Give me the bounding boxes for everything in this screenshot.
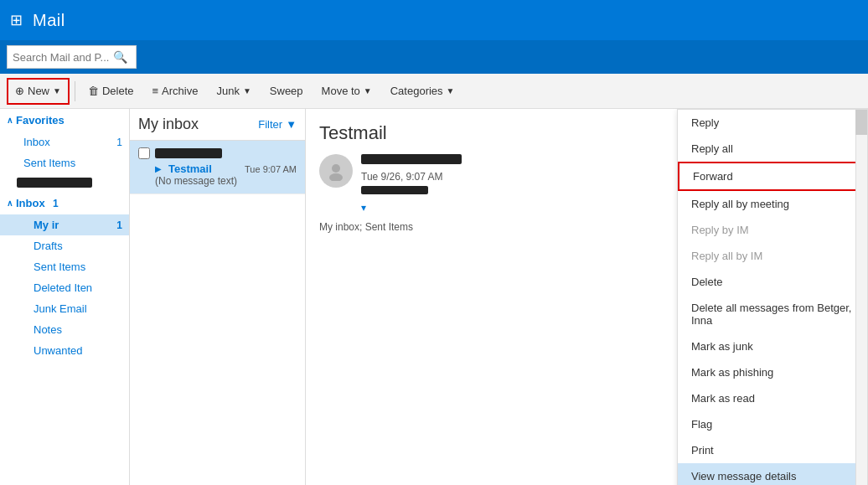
- mail-list-title: My inbox: [138, 116, 199, 133]
- sent-items-label: Sent Items: [23, 157, 75, 169]
- moveto-dropdown-arrow[interactable]: ▼: [364, 86, 372, 95]
- to-redacted-bar: [361, 186, 428, 194]
- context-menu-item-delete-all[interactable]: Delete all messages from Betger, Inna: [678, 295, 867, 333]
- account-inbox-label: Inbox: [16, 197, 45, 209]
- new-dropdown-arrow[interactable]: ▼: [53, 86, 61, 95]
- sidebar-account[interactable]: [0, 173, 129, 192]
- mail-checkbox[interactable]: [138, 147, 150, 159]
- sidebar-item-unwanted[interactable]: Unwanted: [0, 340, 129, 361]
- moveto-button[interactable]: Move to ▼: [314, 78, 380, 105]
- toolbar: ⊕ New ▼ 🗑 Delete ≡ Archive Junk ▼ Sweep …: [0, 74, 868, 109]
- mail-subject: Testmail: [168, 163, 212, 175]
- unwanted-label: Unwanted: [34, 344, 83, 357]
- sidebar-item-drafts[interactable]: Drafts: [0, 235, 129, 256]
- sidebar: ∧ Favorites Inbox 1 Sent Items ∧ Inbox 1…: [0, 109, 130, 485]
- mail-list-header: My inbox Filter ▼: [130, 109, 305, 141]
- sidebar-item-notes[interactable]: Notes: [0, 319, 129, 340]
- junk-button[interactable]: Junk ▼: [209, 78, 258, 105]
- avatar: [319, 154, 353, 188]
- categories-button[interactable]: Categories ▼: [383, 78, 462, 105]
- search-icon[interactable]: 🔍: [113, 50, 127, 64]
- toolbar-divider-1: [75, 81, 75, 101]
- mail-date: Tue 9:07 AM: [245, 164, 297, 174]
- junk-label: Junk: [216, 85, 239, 97]
- app-title: Mail: [33, 11, 65, 30]
- delete-button[interactable]: 🗑 Delete: [80, 78, 142, 105]
- mail-preview: (No message text): [155, 175, 297, 187]
- sweep-button[interactable]: Sweep: [262, 78, 311, 105]
- deleted-items-label: Deleted Iten: [34, 281, 92, 294]
- mail-expand-arrow: ▶: [155, 164, 162, 173]
- mail-content: Testmail Tue 9/26, 9:07 AM ▾ My inbox; S…: [306, 109, 868, 485]
- account-inbox-chevron: ∧: [7, 199, 13, 208]
- expand-recipients-button[interactable]: ▾: [361, 202, 366, 214]
- inbox-badge: 1: [109, 137, 122, 148]
- context-menu-item-reply[interactable]: Reply: [678, 110, 867, 136]
- sidebar-item-deleted-items[interactable]: Deleted Iten: [0, 277, 129, 298]
- favorites-label: Favorites: [16, 114, 65, 126]
- moveto-label: Move to: [322, 85, 360, 97]
- scrollbar[interactable]: [855, 110, 867, 485]
- mail-item[interactable]: ▶ Testmail Tue 9:07 AM (No message text): [130, 141, 305, 194]
- context-menu-item-print[interactable]: Print: [678, 437, 867, 463]
- context-menu-item-reply-all-meeting[interactable]: Reply all by meeting: [678, 191, 867, 217]
- sidebar-item-sent-items2[interactable]: Sent Items: [0, 256, 129, 277]
- search-input-wrapper[interactable]: 🔍: [7, 45, 137, 69]
- svg-point-1: [329, 173, 343, 181]
- sweep-label: Sweep: [270, 85, 303, 97]
- context-menu-item-delete[interactable]: Delete: [678, 269, 867, 295]
- archive-button[interactable]: ≡ Archive: [145, 78, 206, 105]
- context-menu: ReplyReply allForwardReply all by meetin…: [677, 109, 868, 485]
- context-menu-item-mark-phishing[interactable]: Mark as phishing: [678, 359, 867, 385]
- context-menu-item-reply-im[interactable]: Reply by IM: [678, 217, 867, 243]
- sidebar-item-my-inbox[interactable]: My ir 1: [0, 214, 129, 235]
- inbox-label: Inbox: [23, 136, 50, 148]
- new-button[interactable]: ⊕ New ▼: [7, 78, 70, 105]
- favorites-section[interactable]: ∧ Favorites: [0, 109, 129, 132]
- account-bar: [17, 178, 92, 188]
- context-menu-item-mark-junk[interactable]: Mark as junk: [678, 333, 867, 359]
- my-inbox-badge: 1: [109, 219, 122, 231]
- archive-label: Archive: [162, 85, 198, 97]
- account-inbox-section[interactable]: ∧ Inbox 1: [0, 192, 129, 214]
- new-icon: ⊕: [15, 85, 24, 97]
- scroll-thumb[interactable]: [855, 110, 867, 135]
- context-menu-item-forward[interactable]: Forward: [678, 162, 867, 191]
- filter-dropdown-icon: ▼: [286, 118, 297, 131]
- categories-dropdown-arrow[interactable]: ▼: [447, 86, 455, 95]
- sender-redacted-bar: [155, 148, 222, 158]
- drafts-label: Drafts: [34, 240, 63, 252]
- filter-button[interactable]: Filter ▼: [258, 118, 297, 131]
- sent-items2-label: Sent Items: [34, 261, 85, 273]
- context-menu-item-mark-read[interactable]: Mark as read: [678, 385, 867, 411]
- sidebar-item-sent-items[interactable]: Sent Items: [0, 152, 129, 173]
- context-menu-item-view-details[interactable]: View message details: [678, 463, 867, 485]
- delete-label: Delete: [102, 85, 134, 97]
- search-bar: 🔍: [0, 40, 868, 74]
- context-menu-item-flag[interactable]: Flag: [678, 411, 867, 437]
- junk-email-label: Junk Email: [34, 302, 87, 315]
- categories-label: Categories: [390, 85, 443, 97]
- grid-icon[interactable]: ⊞: [10, 11, 23, 29]
- sidebar-item-inbox[interactable]: Inbox 1: [0, 132, 129, 152]
- search-input[interactable]: [13, 51, 113, 64]
- notes-label: Notes: [34, 323, 62, 336]
- delete-icon: 🗑: [88, 85, 99, 97]
- junk-dropdown-arrow[interactable]: ▼: [243, 86, 251, 95]
- new-label: New: [28, 85, 49, 97]
- favorites-chevron: ∧: [7, 116, 13, 125]
- top-bar: ⊞ Mail: [0, 0, 868, 40]
- archive-icon: ≡: [152, 85, 159, 97]
- main-layout: ∧ Favorites Inbox 1 Sent Items ∧ Inbox 1…: [0, 109, 868, 485]
- account-inbox-badge: 1: [45, 198, 59, 209]
- context-menu-item-reply-all[interactable]: Reply all: [678, 136, 867, 162]
- from-redacted-bar: [361, 154, 462, 164]
- my-inbox-label: My ir: [34, 219, 59, 231]
- filter-label: Filter: [258, 118, 282, 131]
- context-menu-item-reply-all-im[interactable]: Reply all by IM: [678, 243, 867, 269]
- mail-list: My inbox Filter ▼ ▶ Testmail Tue 9:07 AM…: [130, 109, 306, 485]
- sidebar-item-junk-email[interactable]: Junk Email: [0, 298, 129, 319]
- svg-point-0: [332, 164, 340, 173]
